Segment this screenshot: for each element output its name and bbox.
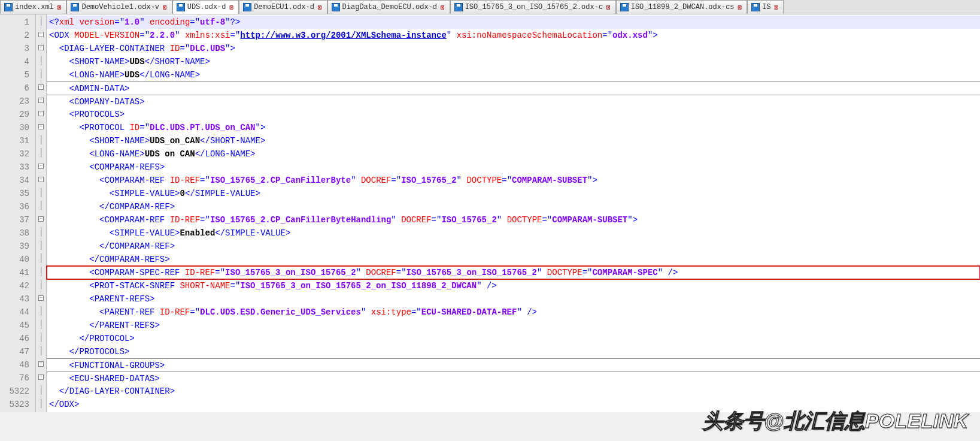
fold-marker[interactable]: +	[36, 80, 46, 93]
code-area[interactable]: <?xml version="1.0" encoding="utf-8"?><O…	[47, 14, 980, 412]
close-icon[interactable]: ⊠	[439, 4, 446, 11]
line-number: 2	[2, 29, 29, 42]
tab-2[interactable]: UDS.odx-d⊠	[172, 0, 239, 14]
code-line[interactable]: </COMPARAM-REF>	[47, 200, 980, 213]
fold-marker[interactable]: +	[36, 370, 46, 383]
code-line[interactable]: <SIMPLE-VALUE>0</SIMPLE-VALUE>	[47, 187, 980, 200]
tab-label: DemoVehicle1.odx-v	[81, 3, 159, 11]
code-line[interactable]: <ECU-SHARED-DATAS>	[47, 371, 980, 385]
tab-label: ISO_15765_3_on_ISO_15765_2.odx-c	[465, 3, 603, 11]
line-number: 3	[2, 42, 29, 55]
fold-marker[interactable]: −	[36, 28, 46, 41]
fold-marker[interactable]: │	[36, 383, 46, 397]
line-number: 40	[2, 253, 29, 266]
line-number: 44	[2, 306, 29, 319]
close-icon[interactable]: ⊠	[56, 4, 63, 11]
tab-7[interactable]: IS⊠	[747, 0, 784, 14]
fold-marker[interactable]: −	[36, 159, 46, 173]
fold-marker[interactable]: │	[36, 265, 46, 278]
tab-3[interactable]: DemoECU1.odx-d⊠	[239, 0, 327, 14]
fold-marker[interactable]: +	[36, 357, 46, 370]
code-line[interactable]: </ODX>	[47, 398, 980, 411]
close-icon[interactable]: ⊠	[737, 4, 744, 11]
fold-marker[interactable]: │	[36, 304, 46, 318]
code-line[interactable]: <SHORT-NAME>UDS</SHORT-NAME>	[47, 55, 980, 68]
code-line[interactable]: <COMPANY-DATAS>	[47, 95, 980, 108]
close-icon[interactable]: ⊠	[773, 4, 780, 11]
line-number: 32	[2, 147, 29, 161]
code-line[interactable]: <SHORT-NAME>UDS_on_CAN</SHORT-NAME>	[47, 134, 980, 147]
fold-marker[interactable]: │	[36, 397, 46, 410]
tab-label: ISO_11898_2_DWCAN.odx-cs	[631, 3, 735, 11]
fold-marker[interactable]: │	[36, 278, 46, 291]
code-line[interactable]: <DIAG-LAYER-CONTAINER ID="DLC.UDS">	[47, 42, 980, 55]
code-line[interactable]: </DIAG-LAYER-CONTAINER>	[47, 385, 980, 398]
fold-marker[interactable]: │	[36, 238, 46, 252]
code-line[interactable]: <FUNCTIONAL-GROUPS>	[47, 358, 980, 371]
fold-marker[interactable]: │	[36, 344, 46, 357]
line-number: 4	[2, 55, 29, 68]
fold-marker[interactable]: │	[36, 225, 46, 238]
code-line[interactable]: <COMPARAM-SPEC-REF ID-REF="ISO_15765_3_o…	[47, 266, 980, 279]
line-number: 34	[2, 174, 29, 187]
code-line[interactable]: <COMPARAM-REF ID-REF="ISO_15765_2.CP_Can…	[47, 213, 980, 226]
fold-marker[interactable]: −	[36, 212, 46, 225]
code-line[interactable]: <ODX MODEL-VERSION="2.2.0" xmlns:xsi="ht…	[47, 29, 980, 42]
fold-marker[interactable]: −	[36, 173, 46, 186]
code-line[interactable]: <PROTOCOL ID="DLC.UDS.PT.UDS_on_CAN">	[47, 121, 980, 134]
file-icon	[243, 3, 251, 11]
code-line[interactable]: </COMPARAM-REFS>	[47, 253, 980, 266]
tab-bar: index.xml⊠DemoVehicle1.odx-v⊠UDS.odx-d⊠D…	[0, 0, 980, 14]
fold-marker[interactable]: │	[36, 133, 46, 146]
tab-6[interactable]: ISO_11898_2_DWCAN.odx-cs⊠	[616, 0, 747, 14]
tab-label: DiagData_DemoECU.odx-d	[342, 3, 437, 11]
line-number: 23	[2, 95, 29, 108]
tab-4[interactable]: DiagData_DemoECU.odx-d⊠	[327, 0, 450, 14]
fold-marker[interactable]: │	[36, 199, 46, 212]
code-line[interactable]: <COMPARAM-REFS>	[47, 161, 980, 174]
tab-0[interactable]: index.xml⊠	[0, 0, 66, 14]
code-line[interactable]: <COMPARAM-REF ID-REF="ISO_15765_2.CP_Can…	[47, 174, 980, 187]
file-icon	[177, 3, 185, 11]
code-line[interactable]: </PROTOCOLS>	[47, 345, 980, 358]
tab-label: IS	[762, 3, 770, 11]
code-line[interactable]: </COMPARAM-REF>	[47, 240, 980, 253]
code-line[interactable]: <PROTOCOLS>	[47, 108, 980, 121]
fold-marker[interactable]: −	[36, 291, 46, 304]
fold-marker[interactable]: −	[36, 120, 46, 133]
line-number: 33	[2, 161, 29, 174]
code-line[interactable]: <PARENT-REF ID-REF="DLC.UDS.ESD.Generic_…	[47, 306, 980, 319]
code-line[interactable]: <ADMIN-DATA>	[47, 81, 980, 95]
code-line[interactable]: <SIMPLE-VALUE>Enabled</SIMPLE-VALUE>	[47, 226, 980, 240]
fold-marker[interactable]: │	[36, 186, 46, 199]
fold-marker[interactable]: │	[36, 54, 46, 67]
fold-marker[interactable]: −	[36, 107, 46, 120]
fold-marker[interactable]: │	[36, 252, 46, 265]
code-line[interactable]: <?xml version="1.0" encoding="utf-8"?>	[47, 16, 980, 29]
fold-marker[interactable]: │	[36, 67, 46, 80]
fold-marker[interactable]: │	[36, 14, 46, 28]
line-number: 47	[2, 345, 29, 358]
tab-5[interactable]: ISO_15765_3_on_ISO_15765_2.odx-c⊠	[450, 0, 616, 14]
line-number: 5323	[2, 398, 29, 411]
fold-column[interactable]: │−−││++−−││−−││−│││││−││││++││	[36, 14, 47, 412]
close-icon[interactable]: ⊠	[162, 4, 168, 11]
code-line[interactable]: <PARENT-REFS>	[47, 292, 980, 306]
fold-marker[interactable]: +	[36, 93, 46, 107]
code-line[interactable]: </PROTOCOL>	[47, 332, 980, 345]
code-editor: 1234562329303132333435363738394041424344…	[0, 14, 980, 412]
line-number: 41	[2, 266, 29, 279]
code-line[interactable]: <PROT-STACK-SNREF SHORT-NAME="ISO_15765_…	[47, 279, 980, 292]
fold-marker[interactable]: −	[36, 41, 46, 54]
tab-1[interactable]: DemoVehicle1.odx-v⊠	[66, 0, 172, 14]
code-line[interactable]: <LONG-NAME>UDS</LONG-NAME>	[47, 68, 980, 81]
close-icon[interactable]: ⊠	[229, 4, 235, 11]
fold-marker[interactable]: │	[36, 331, 46, 344]
line-number: 29	[2, 108, 29, 121]
close-icon[interactable]: ⊠	[317, 4, 323, 11]
code-line[interactable]: <LONG-NAME>UDS on CAN</LONG-NAME>	[47, 147, 980, 161]
code-line[interactable]: </PARENT-REFS>	[47, 319, 980, 332]
fold-marker[interactable]: │	[36, 318, 46, 331]
fold-marker[interactable]: │	[36, 146, 46, 159]
close-icon[interactable]: ⊠	[605, 4, 612, 11]
